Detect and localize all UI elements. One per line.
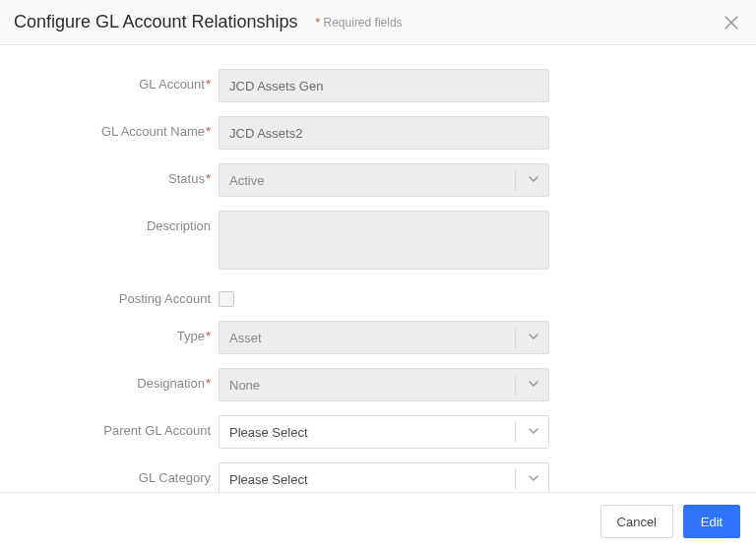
designation-select[interactable]: None <box>219 368 549 401</box>
label-description: Description <box>0 211 219 233</box>
select-divider <box>515 374 516 396</box>
cancel-button[interactable]: Cancel <box>600 505 673 538</box>
modal-footer: Cancel Edit <box>0 492 756 550</box>
modal-header: Configure GL Account Relationships * Req… <box>0 0 756 45</box>
select-divider <box>515 421 516 443</box>
type-select[interactable]: Asset <box>219 321 549 354</box>
label-gl-account: GL Account* <box>0 69 219 92</box>
label-designation: Designation* <box>0 368 219 391</box>
gl-account-name-field[interactable]: JCD Assets2 <box>219 116 549 150</box>
description-field[interactable] <box>219 211 549 270</box>
select-divider <box>515 169 516 191</box>
posting-account-checkbox[interactable] <box>219 291 234 307</box>
label-type: Type* <box>0 321 219 343</box>
modal-title: Configure GL Account Relationships <box>14 12 298 32</box>
label-gl-account-name: GL Account Name* <box>0 116 219 139</box>
select-divider <box>515 327 516 348</box>
form-body: GL Account* JCD Assets Gen GL Account Na… <box>0 45 756 519</box>
status-select[interactable]: Active <box>219 163 549 197</box>
label-status: Status* <box>0 163 219 186</box>
required-fields-note: * Required fields <box>316 16 403 30</box>
label-parent-gl-account: Parent GL Account <box>0 415 219 438</box>
gl-account-field[interactable]: JCD Assets Gen <box>219 69 549 102</box>
close-icon[interactable] <box>723 14 740 31</box>
label-posting-account: Posting Account <box>0 283 219 306</box>
edit-button[interactable]: Edit <box>683 505 740 538</box>
select-divider <box>515 468 516 490</box>
parent-gl-account-select[interactable]: Please Select <box>219 415 549 449</box>
required-text: Required fields <box>320 16 402 30</box>
gl-category-select[interactable]: Please Select <box>219 462 549 496</box>
label-gl-category: GL Category <box>0 462 219 485</box>
